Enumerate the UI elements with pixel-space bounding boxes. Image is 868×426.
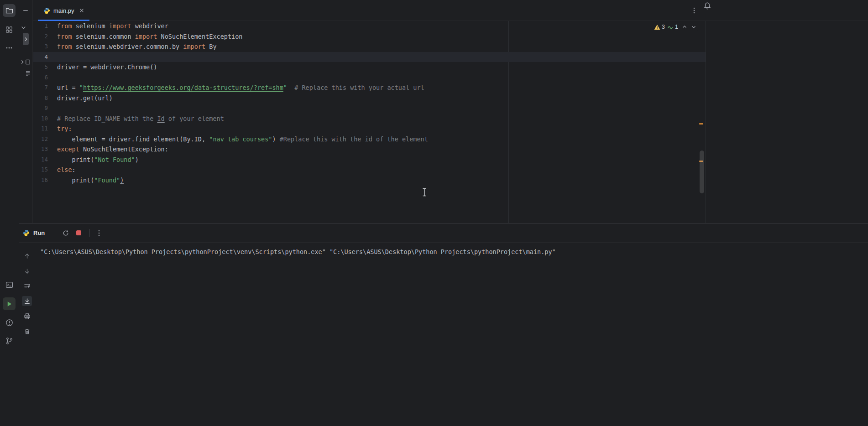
sidebar-item-terminal[interactable] bbox=[3, 278, 16, 291]
python-icon bbox=[43, 7, 50, 14]
line-number[interactable]: 4 bbox=[33, 52, 52, 62]
clear-icon[interactable] bbox=[22, 326, 32, 336]
arrow-down-icon[interactable] bbox=[22, 266, 32, 276]
line-number[interactable]: 12 bbox=[33, 134, 52, 145]
line-number[interactable]: 16 bbox=[33, 175, 52, 186]
code-line[interactable]: 12 element = driver.find_element(By.ID, … bbox=[33, 134, 706, 145]
chevron-up-icon[interactable] bbox=[682, 24, 687, 30]
code-line[interactable]: 2from selenium.common import NoSuchEleme… bbox=[33, 31, 706, 42]
code-line[interactable]: 13except NoSuchElementException: bbox=[33, 144, 706, 155]
sidebar-item-structure[interactable] bbox=[3, 23, 16, 36]
code-text: # Replace ID_NAME with the Id of your el… bbox=[57, 114, 224, 124]
file-icon[interactable] bbox=[25, 59, 31, 65]
code-text: print("Not Found") bbox=[57, 155, 139, 165]
console-output[interactable]: "C:\Users\ASUS\Desktop\Python Projects\p… bbox=[35, 243, 868, 426]
sidebar-item-version-control[interactable] bbox=[3, 334, 16, 347]
line-number[interactable]: 11 bbox=[33, 124, 52, 134]
code-line[interactable]: 5driver = webdriver.Chrome() bbox=[33, 62, 706, 73]
bell-icon[interactable] bbox=[703, 2, 711, 10]
typos-indicator[interactable]: 1 bbox=[668, 24, 678, 30]
terminal-icon bbox=[5, 281, 13, 289]
more-icon bbox=[5, 44, 13, 52]
activity-bar bbox=[0, 0, 18, 426]
code-line[interactable]: 15else: bbox=[33, 165, 706, 175]
kebab-icon[interactable] bbox=[690, 7, 698, 14]
code-line[interactable]: 6 bbox=[33, 73, 706, 83]
rerun-icon[interactable] bbox=[60, 228, 71, 239]
line-number[interactable]: 15 bbox=[33, 165, 52, 175]
scrollbar-warning-mark[interactable] bbox=[699, 123, 703, 125]
python-icon bbox=[23, 229, 30, 236]
line-number[interactable]: 6 bbox=[33, 73, 52, 83]
chevron-right-icon[interactable] bbox=[23, 36, 29, 42]
code-text: else: bbox=[57, 165, 76, 175]
sidebar-item-project[interactable] bbox=[3, 4, 16, 17]
print-icon[interactable] bbox=[22, 311, 32, 321]
code-line[interactable]: 14 print("Not Found") bbox=[33, 155, 706, 165]
chevron-down-icon[interactable] bbox=[21, 25, 26, 31]
code-line[interactable]: 16 print("Found") bbox=[33, 175, 706, 186]
git-branch-icon bbox=[5, 337, 13, 345]
code-text: driver = webdriver.Chrome() bbox=[57, 62, 157, 73]
run-icon bbox=[6, 301, 13, 307]
sidebar-item-run[interactable] bbox=[3, 297, 16, 310]
line-number[interactable]: 13 bbox=[33, 144, 52, 155]
arrow-up-icon[interactable] bbox=[22, 251, 32, 261]
line-number[interactable]: 7 bbox=[33, 83, 52, 93]
code-line[interactable]: 11try: bbox=[33, 124, 706, 134]
scroll-to-end-icon[interactable] bbox=[22, 296, 32, 306]
warnings-indicator[interactable]: 3 bbox=[654, 24, 665, 30]
code-text: element = driver.find_element(By.ID, "na… bbox=[57, 134, 428, 145]
folder-icon bbox=[5, 7, 13, 15]
toolbar-separator bbox=[89, 229, 90, 237]
active-tab-indicator bbox=[38, 20, 89, 21]
line-number[interactable]: 1 bbox=[33, 21, 52, 31]
sidebar-item-problems[interactable] bbox=[3, 316, 16, 329]
problems-icon bbox=[5, 319, 13, 327]
code-line[interactable]: 10# Replace ID_NAME with the Id of your … bbox=[33, 114, 706, 124]
warning-count: 3 bbox=[662, 24, 665, 30]
line-number[interactable]: 8 bbox=[33, 93, 52, 104]
line-number[interactable]: 2 bbox=[33, 31, 52, 42]
code-editor[interactable]: 1from selenium import webdriver2from sel… bbox=[33, 21, 706, 223]
editor-tab-bar: main.py bbox=[33, 0, 868, 21]
line-number[interactable]: 5 bbox=[33, 62, 52, 73]
minimize-icon[interactable] bbox=[23, 8, 28, 13]
code-text: from selenium.webdriver.common.by import… bbox=[57, 42, 217, 52]
code-text: except NoSuchElementException: bbox=[57, 144, 168, 155]
code-line[interactable]: 9 bbox=[33, 103, 706, 114]
run-tool-window: Run bbox=[19, 223, 868, 426]
line-number[interactable]: 10 bbox=[33, 114, 52, 124]
warning-triangle-icon bbox=[654, 24, 660, 30]
line-number[interactable]: 9 bbox=[33, 103, 52, 114]
run-header: Run bbox=[19, 223, 868, 243]
close-icon[interactable] bbox=[79, 8, 84, 13]
chevron-down-icon[interactable] bbox=[691, 24, 696, 30]
stop-icon[interactable] bbox=[73, 228, 84, 239]
line-number[interactable]: 14 bbox=[33, 155, 52, 165]
run-panel-title: Run bbox=[33, 229, 45, 236]
editor-scrollbar-thumb[interactable] bbox=[700, 151, 704, 193]
chevron-right-icon[interactable] bbox=[20, 59, 25, 65]
code-text: from selenium.common import NoSuchElemen… bbox=[57, 31, 242, 42]
right-empty-panel bbox=[706, 21, 868, 223]
tab-label: main.py bbox=[53, 7, 74, 14]
code-text: url = "https://www.geeksforgeeks.org/dat… bbox=[57, 83, 424, 93]
kebab-icon[interactable] bbox=[94, 228, 105, 239]
code-text: driver.get(url) bbox=[57, 93, 113, 104]
code-text: from selenium import webdriver bbox=[57, 21, 168, 31]
code-line[interactable]: 8driver.get(url) bbox=[33, 93, 706, 104]
code-line[interactable]: 3from selenium.webdriver.common.by impor… bbox=[33, 42, 706, 52]
soft-wrap-icon[interactable] bbox=[22, 281, 32, 291]
run-console: "C:\Users\ASUS\Desktop\Python Projects\p… bbox=[19, 243, 868, 426]
code-line[interactable]: 4 bbox=[33, 52, 706, 62]
sidebar-item-more-tool-windows[interactable] bbox=[3, 42, 16, 54]
console-line[interactable]: "C:\Users\ASUS\Desktop\Python Projects\p… bbox=[40, 247, 868, 256]
list-icon[interactable] bbox=[25, 70, 31, 76]
typo-count: 1 bbox=[675, 24, 678, 30]
code-lines: 1from selenium import webdriver2from sel… bbox=[33, 21, 706, 185]
line-number[interactable]: 3 bbox=[33, 42, 52, 52]
code-line[interactable]: 7url = "https://www.geeksforgeeks.org/da… bbox=[33, 83, 706, 93]
code-line[interactable]: 1from selenium import webdriver bbox=[33, 21, 706, 31]
tab-main-py[interactable]: main.py bbox=[38, 0, 89, 21]
